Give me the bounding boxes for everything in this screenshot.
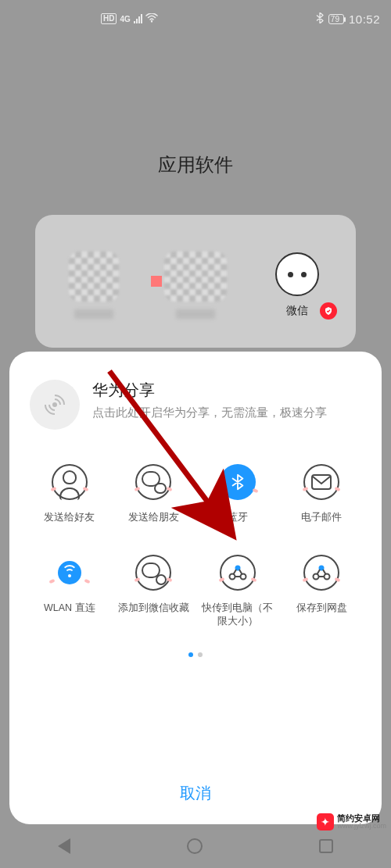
share-grid: 发送给好友 发送给朋友 蓝牙 电子邮件 [30, 464, 361, 627]
network-type: 4G [120, 15, 130, 23]
wechat-favorite-icon [135, 555, 171, 591]
share-item-save-cloud[interactable]: 保存到网盘 [282, 555, 362, 627]
share-item-qq-friend[interactable]: 发送给好友 [30, 464, 109, 523]
watermark: ✦ 简约安卓网 www.jylzwj.com [317, 813, 386, 830]
huawei-share-icon [30, 380, 80, 430]
svg-point-0 [151, 20, 152, 22]
bluetooth-icon [316, 13, 324, 26]
wechat-icon [275, 252, 319, 296]
home-button[interactable] [187, 838, 203, 854]
share-item-fast-to-pc[interactable]: 快传到电脑（不限大小） [198, 555, 278, 627]
svg-point-4 [240, 574, 246, 580]
watermark-url: www.jylzwj.com [337, 823, 386, 830]
app-item-blurred [59, 252, 129, 319]
svg-point-6 [314, 574, 319, 580]
signal-icon [134, 14, 142, 23]
huawei-share-row[interactable]: 华为分享 点击此处开启华为分享，无需流量，极速分享 [30, 380, 361, 430]
page-title: 应用软件 [0, 152, 391, 177]
wechat-friend-icon [135, 464, 171, 500]
share-item-wlan-direct[interactable]: WLAN 直连 [30, 555, 109, 627]
huawei-share-title: 华为分享 [92, 380, 327, 401]
cloud-save-icon [303, 555, 339, 591]
share-item-label: 发送给好友 [44, 511, 95, 523]
wlan-icon [52, 555, 88, 591]
app-item-wechat[interactable]: 微信 [262, 252, 332, 318]
share-item-label: 电子邮件 [301, 511, 342, 523]
nav-bar [0, 824, 391, 868]
share-item-wechat-fav[interactable]: 添加到微信收藏 [114, 555, 194, 627]
shield-badge-icon [320, 302, 337, 320]
app-label: 微信 [286, 304, 308, 318]
email-icon [303, 464, 339, 500]
qq-icon [52, 464, 88, 500]
bluetooth-share-icon [220, 464, 256, 500]
android-icon: ✦ [317, 813, 334, 830]
back-button[interactable] [58, 838, 70, 854]
app-preview-card: 微信 [35, 215, 356, 348]
share-sheet: 华为分享 点击此处开启华为分享，无需流量，极速分享 发送给好友 发送给朋友 [9, 352, 382, 824]
page-indicator [30, 652, 361, 657]
pc-transfer-icon [220, 555, 256, 591]
share-item-label: WLAN 直连 [44, 602, 95, 614]
battery-indicator: 79 [328, 14, 344, 24]
clock: 10:52 [349, 13, 380, 26]
share-item-email[interactable]: 电子邮件 [282, 464, 362, 523]
svg-point-3 [229, 574, 235, 580]
share-item-label: 快传到电脑（不限大小） [199, 602, 277, 627]
share-item-label: 添加到微信收藏 [118, 602, 189, 614]
svg-point-7 [325, 574, 330, 580]
share-item-bluetooth[interactable]: 蓝牙 [198, 464, 278, 523]
svg-rect-1 [312, 475, 331, 489]
app-item-blurred [160, 252, 231, 319]
share-item-wechat-friend[interactable]: 发送给朋友 [114, 464, 194, 523]
share-item-label: 蓝牙 [228, 511, 248, 523]
recents-button[interactable] [319, 839, 333, 853]
hd-icon: HD [101, 13, 117, 24]
status-bar: HD 4G 79 10:52 [0, 0, 391, 38]
wifi-icon [145, 13, 158, 25]
share-item-label: 保存到网盘 [296, 602, 347, 614]
share-item-label: 发送给朋友 [128, 511, 179, 523]
cancel-button[interactable]: 取消 [180, 783, 211, 804]
huawei-share-desc: 点击此处开启华为分享，无需流量，极速分享 [92, 404, 327, 420]
